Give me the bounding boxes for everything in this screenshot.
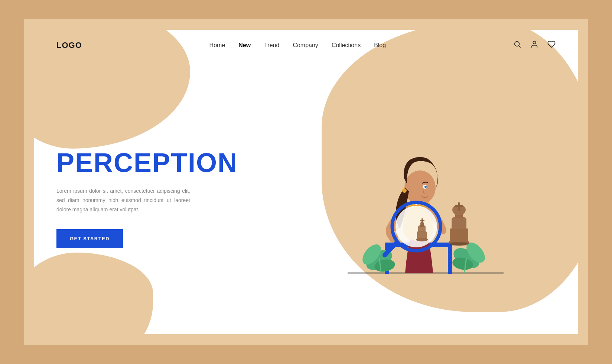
hero-illustration bbox=[310, 95, 526, 303]
user-icon[interactable] bbox=[530, 40, 538, 50]
svg-rect-15 bbox=[452, 217, 466, 229]
main-content: PERCEPTION Lorem ipsum dolor sit amet, c… bbox=[34, 58, 578, 325]
svg-rect-14 bbox=[450, 228, 468, 243]
svg-rect-35 bbox=[420, 220, 424, 221]
cta-button[interactable]: GET STARTED bbox=[56, 229, 123, 248]
search-icon[interactable] bbox=[513, 40, 521, 50]
nav-item-blog[interactable]: Blog bbox=[374, 42, 386, 49]
nav-item-company[interactable]: Company bbox=[293, 42, 318, 49]
svg-point-27 bbox=[426, 186, 426, 186]
hero-description: Lorem ipsum dolor sit amet, consectetuer… bbox=[56, 186, 190, 215]
svg-rect-5 bbox=[448, 243, 452, 274]
svg-point-23 bbox=[404, 170, 436, 205]
outer-frame: LOGO Home New Trend Company Collections … bbox=[24, 19, 588, 345]
svg-point-24 bbox=[402, 188, 407, 193]
nav-item-collections[interactable]: Collections bbox=[332, 42, 361, 49]
svg-point-29 bbox=[395, 206, 437, 247]
main-nav: Home New Trend Company Collections Blog bbox=[209, 42, 386, 49]
nav-item-trend[interactable]: Trend bbox=[264, 42, 279, 49]
svg-line-1 bbox=[519, 46, 520, 47]
header: LOGO Home New Trend Company Collections … bbox=[34, 30, 578, 58]
inner-page: LOGO Home New Trend Company Collections … bbox=[34, 30, 578, 334]
header-icons bbox=[513, 40, 556, 50]
hero-title: PERCEPTION bbox=[56, 149, 266, 176]
nav-item-new[interactable]: New bbox=[238, 42, 251, 49]
logo: LOGO bbox=[56, 40, 82, 50]
heart-icon[interactable] bbox=[547, 40, 556, 50]
svg-point-2 bbox=[533, 41, 536, 44]
svg-point-20 bbox=[449, 242, 469, 246]
svg-point-0 bbox=[515, 42, 520, 46]
svg-rect-31 bbox=[417, 231, 427, 240]
svg-rect-19 bbox=[455, 205, 463, 207]
svg-point-26 bbox=[424, 186, 427, 188]
left-section: PERCEPTION Lorem ipsum dolor sit amet, c… bbox=[56, 149, 281, 248]
right-section bbox=[281, 87, 556, 310]
nav-item-home[interactable]: Home bbox=[209, 42, 225, 49]
